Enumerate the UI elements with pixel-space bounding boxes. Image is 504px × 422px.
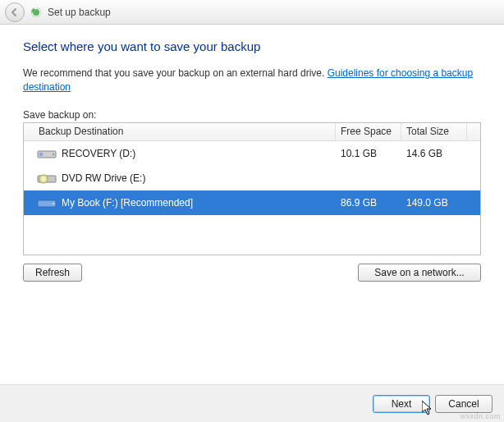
- list-header: Backup Destination Free Space Total Size: [24, 123, 480, 141]
- row-name: RECOVERY (D:): [62, 148, 135, 159]
- page-heading: Select where you want to save your backu…: [23, 39, 481, 53]
- svg-point-3: [53, 154, 54, 155]
- content-area: Select where you want to save your backu…: [0, 25, 504, 282]
- save-on-network-button[interactable]: Save on a network...: [358, 264, 481, 282]
- list-row[interactable]: DVD RW Drive (E:): [24, 166, 480, 190]
- refresh-button[interactable]: Refresh: [23, 264, 82, 282]
- watermark: wsxdn.com: [460, 412, 501, 420]
- col-total-size[interactable]: Total Size: [401, 123, 467, 140]
- back-arrow-icon: [10, 7, 20, 17]
- svg-point-8: [53, 203, 54, 204]
- titlebar: Set up backup: [0, 0, 504, 25]
- cancel-button[interactable]: Cancel: [435, 395, 493, 413]
- list-row[interactable]: RECOVERY (D:) 10.1 GB 14.6 GB: [24, 141, 480, 166]
- list-button-row: Refresh Save on a network...: [23, 264, 481, 282]
- recommendation-pre: We recommend that you save your backup o…: [23, 67, 328, 79]
- row-free: 10.1 GB: [336, 148, 401, 159]
- destination-list: Backup Destination Free Space Total Size…: [23, 122, 481, 255]
- back-button[interactable]: [5, 2, 25, 22]
- wizard-footer: Next Cancel: [0, 384, 504, 422]
- dvd-drive-icon: [37, 171, 57, 186]
- row-free: 86.9 GB: [336, 197, 401, 209]
- row-name: My Book (F:) [Recommended]: [62, 197, 193, 209]
- col-free-space[interactable]: Free Space: [336, 123, 401, 140]
- window-title: Set up backup: [48, 7, 111, 18]
- list-row[interactable]: My Book (F:) [Recommended] 86.9 GB 149.0…: [24, 190, 480, 215]
- list-label: Save backup on:: [23, 109, 481, 121]
- row-total: 149.0 GB: [401, 197, 467, 209]
- hdd-icon: [37, 146, 57, 161]
- row-name: DVD RW Drive (E:): [62, 172, 145, 184]
- next-button[interactable]: Next: [373, 395, 430, 413]
- row-total: 14.6 GB: [401, 148, 467, 159]
- svg-rect-2: [39, 153, 43, 156]
- recommendation-text: We recommend that you save your backup o…: [23, 67, 481, 94]
- svg-point-6: [43, 177, 45, 180]
- app-icon: [30, 6, 43, 19]
- col-destination[interactable]: Backup Destination: [35, 123, 336, 140]
- external-drive-icon: [37, 195, 57, 210]
